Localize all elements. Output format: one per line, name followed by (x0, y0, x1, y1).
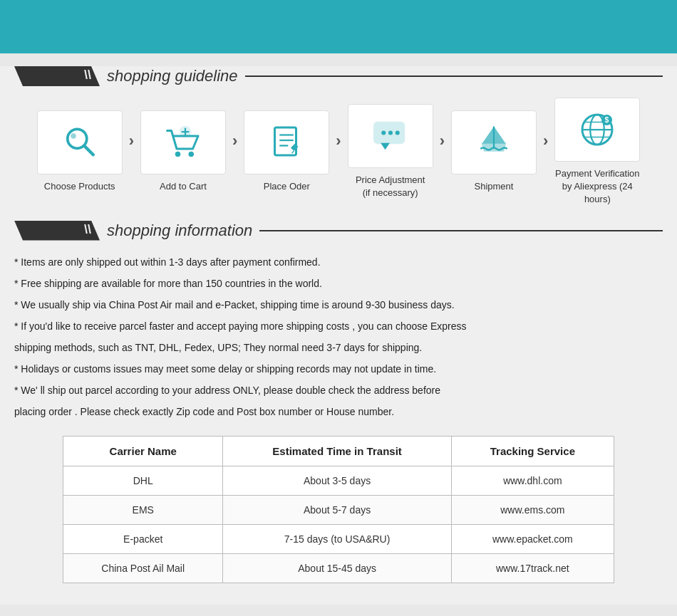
svg-point-16 (395, 131, 399, 135)
table-cell-2-0: E-packet (63, 524, 223, 553)
table-cell-3-2: www.17track.net (451, 553, 614, 583)
step6-label: Payment Verificationby Aliexpress (24 ho… (551, 167, 644, 207)
step-payment-verification: $ Payment Verificationby Aliexpress (24 … (551, 98, 644, 207)
info-line-4: * If you'd like to receive parcel faster… (14, 316, 663, 336)
table-cell-2-1: 7-15 days (to USA&RU) (223, 524, 452, 553)
step-place-order: Place Oder (240, 110, 333, 193)
step-add-to-cart: Add to Cart (137, 110, 229, 193)
globe-icon: $ (576, 108, 619, 151)
info-title: shopping information (107, 221, 252, 240)
table-cell-2-2: www.epacket.com (451, 524, 614, 553)
arrow-2: › (232, 132, 237, 172)
add-to-cart-icon-box (140, 110, 226, 174)
table-row: EMSAbout 5-7 dayswww.ems.com (63, 495, 614, 524)
step-price-adjustment: Price Adjustment(if necessary) (344, 104, 437, 199)
table-cell-1-2: www.ems.com (451, 495, 614, 524)
step2-label: Add to Cart (160, 180, 207, 193)
step4-label: Price Adjustment(if necessary) (356, 174, 425, 199)
steps-flow: Choose Products › Add to Cart › (14, 98, 663, 207)
arrow-5: › (543, 132, 548, 172)
info-line-2: * Free shipping are available for more t… (14, 273, 663, 293)
title-line-1 (245, 75, 663, 77)
info-line-1: * Items are only shipped out within 1-3 … (14, 252, 663, 272)
info-line-7: * We' ll ship out parcel according to yo… (14, 380, 663, 400)
ship-icon (472, 121, 515, 164)
step-shipment: Shipment (448, 110, 540, 193)
table-cell-1-1: About 5-7 days (223, 495, 452, 524)
info-section-header: shopping information (14, 221, 663, 241)
table-cell-0-1: About 3-5 days (223, 466, 452, 495)
table-cell-3-1: About 15-45 days (223, 553, 452, 583)
col-header-transit: Estimated Time in Transit (223, 436, 452, 466)
cart-icon (162, 121, 205, 164)
choose-products-icon-box (37, 110, 123, 174)
content-area: shopping guideline Choose Products › (0, 66, 677, 605)
svg-point-2 (71, 133, 76, 139)
info-line-3: * We usually ship via China Post Air mai… (14, 295, 663, 315)
info-line-8: placing order . Please check exactly Zip… (14, 402, 663, 422)
table-row: DHLAbout 3-5 dayswww.dhl.com (63, 466, 614, 495)
info-line-6: * Holidays or customs issues may meet so… (14, 359, 663, 379)
guideline-section-header: shopping guideline (14, 66, 663, 86)
form-icon (265, 121, 308, 164)
svg-line-12 (292, 151, 294, 153)
svg-text:$: $ (605, 115, 609, 124)
price-adjustment-icon-box (348, 104, 433, 168)
shipment-icon-box (451, 110, 537, 174)
chat-icon (369, 115, 412, 157)
svg-point-14 (381, 131, 386, 135)
arrow-3: › (336, 132, 341, 172)
table-row: E-packet7-15 days (to USA&RU)www.epacket… (63, 524, 614, 553)
step3-label: Place Oder (264, 180, 310, 193)
svg-line-1 (84, 146, 93, 155)
title-decoration-1 (14, 66, 100, 86)
svg-point-4 (189, 152, 195, 157)
payment-verification-icon-box: $ (554, 98, 640, 162)
carrier-table: Carrier Name Estimated Time in Transit T… (63, 436, 614, 583)
col-header-tracking: Tracking Service (451, 436, 614, 466)
info-line-5: shipping methods, such as TNT, DHL, Fede… (14, 338, 663, 357)
step1-label: Choose Products (44, 180, 115, 193)
title-line-2 (259, 230, 663, 231)
search-icon (58, 121, 101, 164)
title-decoration-2 (14, 221, 100, 241)
col-header-carrier: Carrier Name (63, 436, 223, 466)
arrow-1: › (129, 132, 134, 172)
svg-rect-8 (275, 127, 296, 155)
svg-point-15 (388, 131, 393, 135)
svg-point-3 (175, 152, 181, 157)
table-cell-0-0: DHL (63, 466, 223, 495)
step-choose-products: Choose Products (33, 110, 126, 193)
table-header-row: Carrier Name Estimated Time in Transit T… (63, 436, 614, 466)
arrow-4: › (440, 132, 445, 172)
header-banner (0, 0, 677, 53)
table-row: China Post Ail MailAbout 15-45 dayswww.1… (63, 553, 614, 583)
place-order-icon-box (244, 110, 329, 174)
table-cell-1-0: EMS (63, 495, 223, 524)
guideline-title: shopping guideline (107, 67, 238, 85)
info-block: * Items are only shipped out within 1-3 … (14, 252, 663, 422)
step5-label: Shipment (475, 180, 514, 193)
table-cell-0-2: www.dhl.com (451, 466, 614, 495)
table-cell-3-0: China Post Ail Mail (63, 553, 223, 583)
